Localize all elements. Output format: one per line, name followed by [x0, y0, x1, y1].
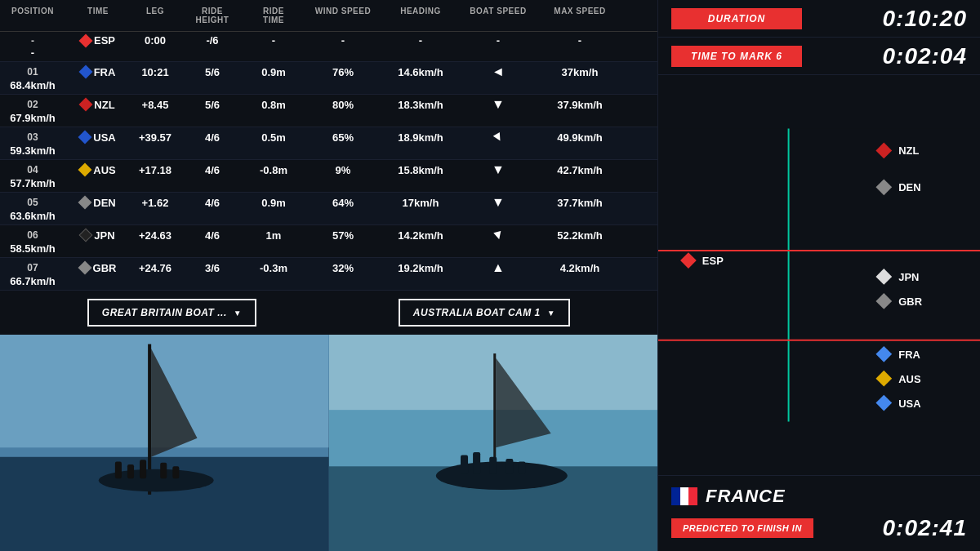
cam1-label: GREAT BRITAIN BOAT ... [102, 307, 227, 318]
svg-point-16 [435, 462, 567, 491]
svg-rect-7 [127, 464, 134, 478]
svg-rect-10 [172, 466, 179, 478]
cell-time: +39.57 [131, 131, 180, 144]
cell-heading: ◄ [457, 64, 539, 79]
france-flag [671, 487, 697, 505]
cell-wind-speed: 14.2km/h [384, 229, 457, 242]
cell-heading: ▼ [457, 195, 539, 210]
cell-country: FRA [65, 66, 131, 78]
cell-country: AUS [65, 164, 131, 176]
prediction-country-name: FRANCE [706, 486, 786, 507]
cell-leg: 4/6 [180, 131, 245, 144]
svg-text:GBR: GBR [898, 295, 922, 308]
cell-country: USA [65, 131, 131, 144]
cell-ride-time: 80% [302, 99, 384, 111]
table-row: - ESP 0:00 -/6 - - - - - - [0, 32, 657, 62]
svg-rect-21 [518, 462, 525, 474]
flag-icon [78, 33, 92, 47]
col-wind-speed: WIND SPEED [302, 3, 384, 28]
cam2-select[interactable]: AUSTRALIA BOAT CAM 1 ▼ [399, 299, 570, 327]
table-row: 05 DEN +1.62 4/6 0.9m 64% 17km/h ▼ 37.7k… [0, 193, 657, 225]
cell-heading: - [457, 34, 539, 47]
svg-text:DEN: DEN [898, 181, 920, 193]
col-max-speed: MAX SPEED [539, 3, 621, 28]
cell-time: 10:21 [131, 66, 180, 78]
flag-white [680, 487, 689, 505]
svg-rect-22 [658, 128, 980, 421]
table-row: 07 GBR +24.76 3/6 -0.3m 32% 19.2km/h ▲ 4… [0, 258, 657, 291]
svg-text:ESP: ESP [702, 255, 724, 267]
duration-bar: DURATION 0:10:20 [658, 0, 980, 38]
cell-wind-speed: 19.2km/h [384, 262, 457, 274]
table-header: POSITION TIME LEG RIDEHEIGHT RIDETIME WI… [0, 0, 657, 32]
col-boat-speed: BOAT SPEED [457, 3, 539, 28]
cell-max-speed: 63.6km/h [0, 210, 65, 222]
cell-pos: - [0, 35, 65, 47]
cell-ride-time: 9% [302, 164, 384, 176]
svg-rect-20 [506, 459, 513, 473]
cell-wind-speed: 14.6km/h [384, 66, 457, 78]
cell-ride-height: 0.8m [245, 99, 302, 111]
flag-icon [79, 98, 93, 112]
cell-leg: 4/6 [180, 164, 245, 176]
flag-icon [78, 65, 92, 79]
prediction-panel: FRANCE PREDICTED TO FINISH IN 0:02:41 [658, 475, 980, 551]
cell-heading: ▲ [457, 260, 539, 275]
cell-boat-speed: - [539, 34, 621, 47]
chevron-down-icon: ▼ [234, 309, 242, 318]
cell-boat-speed: 37km/h [539, 66, 621, 78]
cell-leg: 3/6 [180, 262, 245, 274]
race-track-chart: NZL DEN ESP JPN GBR FRA AUS USA [658, 75, 980, 475]
table-row: 03 USA +39.57 4/6 0.5m 65% 18.9km/h ▼ 49… [0, 127, 657, 160]
cell-boat-speed: 37.9km/h [539, 99, 621, 111]
right-panel: DURATION 0:10:20 TIME TO MARK 6 0:02:04 … [657, 0, 980, 551]
table-row: 06 JPN +24.63 4/6 1m 57% 14.2km/h ▼ 52.2… [0, 225, 657, 258]
svg-rect-19 [489, 457, 497, 474]
cell-wind-speed: 15.8km/h [384, 164, 457, 176]
cell-max-speed: 68.4km/h [0, 79, 65, 91]
cell-ride-time: 65% [302, 131, 384, 144]
left-panel: POSITION TIME LEG RIDEHEIGHT RIDETIME WI… [0, 0, 657, 551]
predicted-finish-label: PREDICTED TO FINISH IN [671, 518, 813, 538]
cell-leg: 4/6 [180, 197, 245, 209]
col-time: TIME [65, 3, 131, 28]
cell-wind-speed: 18.9km/h [384, 131, 457, 144]
duration-label: DURATION [671, 8, 802, 29]
cell-boat-speed: 42.7km/h [539, 164, 621, 176]
cell-max-speed: 58.5km/h [0, 242, 65, 255]
cell-heading: ▼ [457, 228, 539, 242]
flag-icon [78, 131, 92, 144]
cam1-select[interactable]: GREAT BRITAIN BOAT ... ▼ [87, 299, 256, 327]
col-position: POSITION [0, 3, 65, 28]
cell-time: +17.18 [131, 164, 180, 176]
svg-text:AUS: AUS [898, 373, 921, 385]
video-feed-1 [0, 335, 329, 551]
cell-pos: 05 [0, 197, 65, 208]
cell-country: DEN [65, 197, 131, 209]
table-row: 01 FRA 10:21 5/6 0.9m 76% 14.6km/h ◄ 37k… [0, 62, 657, 95]
cell-boat-speed: 37.7km/h [539, 197, 621, 209]
cell-ride-height: -0.8m [245, 164, 302, 176]
svg-rect-8 [140, 460, 146, 478]
cell-ride-height: -0.3m [245, 262, 302, 274]
cell-max-speed: 59.3km/h [0, 144, 65, 157]
cell-heading: ▼ [457, 162, 539, 177]
cell-country: JPN [65, 229, 131, 242]
cell-max-speed: - [0, 47, 65, 59]
svg-text:FRA: FRA [898, 349, 920, 361]
cell-country: GBR [65, 262, 131, 274]
cell-pos: 04 [0, 164, 65, 176]
cell-pos: 07 [0, 262, 65, 273]
cell-time: +24.76 [131, 262, 180, 274]
cell-country: ESP [65, 34, 131, 47]
predicted-finish-value: 0:02:41 [882, 515, 967, 541]
video-feed-2 [329, 335, 658, 551]
time-to-mark-value: 0:02:04 [882, 43, 967, 69]
col-heading: HEADING [384, 3, 457, 28]
prediction-country: FRANCE [671, 486, 967, 507]
race-table: POSITION TIME LEG RIDEHEIGHT RIDETIME WI… [0, 0, 657, 291]
cam2-label: AUSTRALIA BOAT CAM 1 [413, 307, 541, 318]
cell-ride-height: 0.5m [245, 131, 302, 144]
col-ride-time: RIDETIME [245, 3, 302, 28]
flag-icon [78, 196, 92, 210]
